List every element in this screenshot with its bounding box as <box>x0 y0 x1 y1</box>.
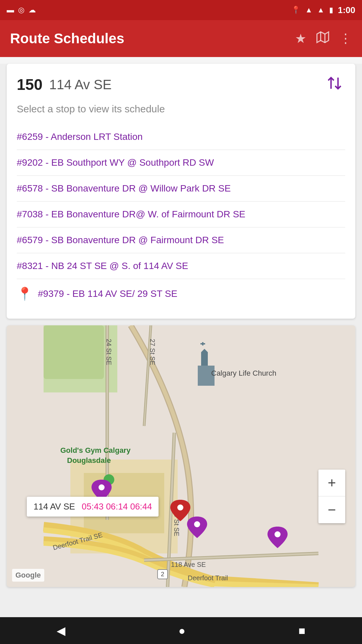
stop-label: #6579 - SB Bonaventure DR @ Fairmount DR… <box>17 235 224 246</box>
main-content: 150 114 Av SE Select a stop to view its … <box>0 64 362 624</box>
svg-text:Douglasdale: Douglasdale <box>67 456 111 465</box>
route-number: 150 <box>17 75 43 94</box>
battery-icon: ▮ <box>329 6 333 14</box>
svg-point-34 <box>99 484 105 490</box>
stop-list: #6259 - Anderson LRT Station #9202 - EB … <box>17 124 345 309</box>
popup-stop-name: 114 AV SE <box>34 501 75 512</box>
route-header: 150 114 Av SE <box>17 74 345 95</box>
direction-toggle-button[interactable] <box>324 74 345 95</box>
wifi-icon: ▲ <box>305 6 312 14</box>
direction-arrows-icon <box>326 75 343 95</box>
status-bar: ▬ ◎ ☁ 📍 ▲ ▲ ▮ 1:00 <box>0 0 362 20</box>
route-info: 150 114 Av SE <box>17 75 112 94</box>
stop-item[interactable]: #9202 - EB Southport WY @ Southport RD S… <box>17 150 345 176</box>
location-icon: 📍 <box>291 6 300 14</box>
record-icon: ◎ <box>18 6 24 14</box>
stop-label: #7038 - EB Bonaventure DR@ W. of Fairmou… <box>17 209 245 220</box>
location-pin-icon: 📍 <box>17 286 33 301</box>
svg-text:Calgary Life Church: Calgary Life Church <box>211 369 276 377</box>
svg-text:118 Ave SE: 118 Ave SE <box>171 561 206 568</box>
app-bar-actions: ★ ⋮ <box>295 31 352 47</box>
svg-point-36 <box>177 504 183 511</box>
recents-button[interactable]: ■ <box>299 624 306 637</box>
star-button[interactable]: ★ <box>295 31 306 46</box>
select-hint: Select a stop to view its schedule <box>17 103 345 115</box>
zoom-out-button[interactable]: − <box>318 496 345 523</box>
nav-bar: ◀ ● ■ <box>0 617 362 644</box>
popup-times: 05:43 06:14 06:44 <box>82 501 152 512</box>
map-container[interactable]: 27 St SE 24 St SE 29 St SE Gold's Gym Ca… <box>7 325 355 587</box>
stop-label: #9202 - EB Southport WY @ Southport RD S… <box>17 157 214 168</box>
zoom-in-button[interactable]: + <box>318 470 345 496</box>
route-name: 114 Av SE <box>49 77 112 92</box>
svg-rect-7 <box>44 325 104 379</box>
stop-item[interactable]: #6259 - Anderson LRT Station <box>17 124 345 150</box>
stop-item[interactable]: #6578 - SB Bonaventure DR @ Willow Park … <box>17 176 345 202</box>
map-button[interactable] <box>316 31 329 47</box>
svg-point-38 <box>194 521 200 527</box>
more-button[interactable]: ⋮ <box>339 31 352 46</box>
stop-item[interactable]: #7038 - EB Bonaventure DR@ W. of Fairmou… <box>17 202 345 227</box>
svg-text:2: 2 <box>161 571 164 578</box>
google-logo: Google <box>12 569 44 582</box>
svg-point-40 <box>275 531 281 537</box>
stop-item[interactable]: #8321 - NB 24 ST SE @ S. of 114 AV SE <box>17 253 345 279</box>
signal-icon: ▲ <box>317 6 324 14</box>
stop-item[interactable]: #6579 - SB Bonaventure DR @ Fairmount DR… <box>17 227 345 253</box>
status-bar-left-icons: ▬ ◎ ☁ <box>7 6 36 14</box>
cloud-icon: ☁ <box>28 6 36 14</box>
sim-icon: ▬ <box>7 6 14 14</box>
stop-item-selected[interactable]: 📍 #9379 - EB 114 AV SE/ 29 ST SE <box>17 279 345 309</box>
route-card: 150 114 Av SE Select a stop to view its … <box>7 64 355 319</box>
home-button[interactable]: ● <box>178 624 185 637</box>
map-stop-popup[interactable]: 114 AV SE 05:43 06:14 06:44 <box>27 497 159 517</box>
stop-label: #8321 - NB 24 ST SE @ S. of 114 AV SE <box>17 261 188 271</box>
map-svg: 27 St SE 24 St SE 29 St SE Gold's Gym Ca… <box>7 325 355 587</box>
app-bar: Route Schedules ★ ⋮ <box>0 20 362 57</box>
status-time: 1:00 <box>338 5 355 15</box>
svg-text:Gold's Gym Calgary: Gold's Gym Calgary <box>60 446 131 454</box>
svg-marker-0 <box>317 32 329 43</box>
map-zoom-controls: + − <box>318 470 345 523</box>
svg-text:24 St SE: 24 St SE <box>105 339 113 365</box>
back-button[interactable]: ◀ <box>57 624 65 637</box>
svg-text:Deerfoot Trail: Deerfoot Trail <box>188 574 228 582</box>
stop-label: #9379 - EB 114 AV SE/ 29 ST SE <box>38 288 177 299</box>
app-title: Route Schedules <box>10 31 295 47</box>
stop-label: #6259 - Anderson LRT Station <box>17 131 143 142</box>
status-bar-right-icons: 📍 ▲ ▲ ▮ 1:00 <box>291 5 355 15</box>
svg-text:27 St SE: 27 St SE <box>149 339 156 365</box>
google-text: Google <box>15 571 41 579</box>
stop-label: #6578 - SB Bonaventure DR @ Willow Park … <box>17 183 231 194</box>
